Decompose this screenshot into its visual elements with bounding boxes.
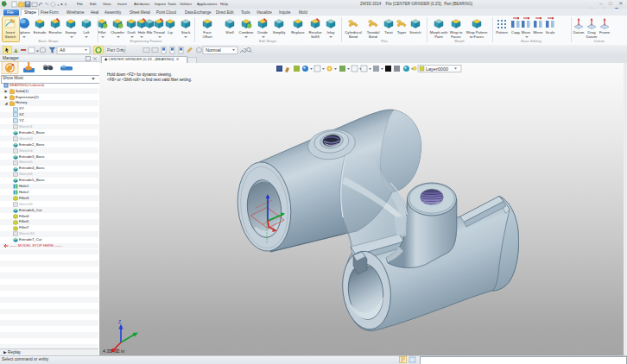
svg-text:All: All [60, 47, 65, 53]
svg-text:Part Only: Part Only [107, 47, 125, 53]
svg-text:Normal: Normal [206, 47, 221, 53]
svg-text:X: X [116, 348, 119, 353]
svg-text:Z: Z [118, 319, 121, 324]
